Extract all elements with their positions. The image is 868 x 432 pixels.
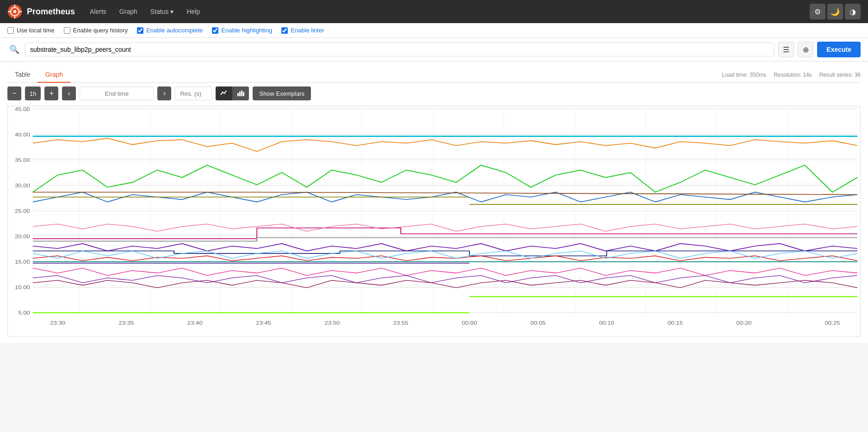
- svg-rect-10: [243, 92, 244, 96]
- next-time-button[interactable]: ›: [157, 86, 171, 100]
- svg-text:20.00: 20.00: [15, 234, 30, 240]
- svg-text:5.00: 5.00: [18, 310, 30, 316]
- nav-status[interactable]: Status ▾: [145, 5, 180, 18]
- svg-text:00:25: 00:25: [825, 320, 840, 326]
- enable-highlighting-option[interactable]: Enable highlighting: [212, 27, 272, 34]
- use-local-time-checkbox[interactable]: [7, 27, 14, 34]
- chevron-down-icon: ▾: [170, 8, 174, 15]
- svg-text:00:05: 00:05: [530, 320, 546, 326]
- svg-rect-11: [33, 109, 857, 315]
- svg-text:10.00: 10.00: [15, 284, 30, 290]
- metric-explorer-icon-btn[interactable]: ⊕: [798, 42, 813, 57]
- use-local-time-option[interactable]: Use local time: [7, 27, 55, 34]
- brand: Prometheus: [7, 4, 75, 19]
- prev-time-button[interactable]: ‹: [62, 86, 76, 100]
- increase-time-button[interactable]: +: [44, 86, 58, 100]
- main-content: Table Graph Load time: 350ms Resolution:…: [0, 62, 868, 343]
- svg-text:45.00: 45.00: [15, 106, 30, 112]
- meta-info: Load time: 350ms Resolution: 14s Result …: [722, 72, 861, 78]
- execute-button[interactable]: Execute: [817, 42, 861, 57]
- nav-graph[interactable]: Graph: [114, 5, 143, 18]
- decrease-time-button[interactable]: −: [7, 86, 21, 100]
- tab-graph[interactable]: Graph: [37, 67, 70, 83]
- svg-text:23:50: 23:50: [324, 320, 340, 326]
- enable-query-history-label: Enable query history: [73, 27, 128, 34]
- stacked-chart-btn[interactable]: [232, 86, 249, 100]
- svg-text:30.00: 30.00: [15, 183, 30, 189]
- load-time: Load time: 350ms: [722, 72, 766, 78]
- brand-name: Prometheus: [27, 7, 75, 17]
- enable-linter-option[interactable]: Enable linter: [281, 27, 324, 34]
- nav-help[interactable]: Help: [181, 5, 205, 18]
- history-icon-btn[interactable]: ☰: [778, 42, 794, 57]
- svg-text:23:45: 23:45: [256, 320, 271, 326]
- enable-query-history-checkbox[interactable]: [64, 27, 70, 34]
- prometheus-logo: [7, 4, 22, 19]
- time-period-button[interactable]: 1h: [25, 86, 41, 100]
- search-input[interactable]: [25, 43, 775, 56]
- svg-text:15.00: 15.00: [15, 259, 30, 265]
- search-icon: 🔍: [7, 44, 21, 55]
- enable-highlighting-label: Enable highlighting: [221, 27, 272, 34]
- svg-text:23:35: 23:35: [119, 320, 134, 326]
- enable-linter-label: Enable linter: [291, 27, 324, 34]
- res-input[interactable]: [175, 86, 212, 100]
- svg-rect-9: [241, 91, 242, 96]
- end-time-input[interactable]: [80, 86, 154, 100]
- svg-text:00:15: 00:15: [668, 320, 683, 326]
- settings-icon-btn[interactable]: ⚙: [810, 4, 825, 19]
- search-bar: 🔍 ☰ ⊕ Execute: [0, 38, 868, 62]
- enable-query-history-option[interactable]: Enable query history: [64, 27, 128, 34]
- svg-point-2: [13, 10, 16, 13]
- enable-autocomplete-label: Enable autocomplete: [146, 27, 203, 34]
- tabs: Table Graph Load time: 350ms Resolution:…: [7, 67, 861, 83]
- graph-controls: − 1h + ‹ › Show Exemplars: [7, 86, 861, 100]
- svg-text:00:00: 00:00: [462, 320, 477, 326]
- chart-container: 45.00 40.00 35.00 30.00 25.00 20.00 15.0…: [7, 106, 861, 337]
- svg-text:23:55: 23:55: [393, 320, 409, 326]
- stacked-chart-icon: [237, 89, 244, 97]
- nav-alerts[interactable]: Alerts: [84, 5, 112, 18]
- enable-autocomplete-checkbox[interactable]: [137, 27, 143, 34]
- line-chart-icon: [220, 89, 228, 97]
- use-local-time-label: Use local time: [17, 27, 55, 34]
- tab-table[interactable]: Table: [7, 67, 37, 83]
- svg-text:23:40: 23:40: [187, 320, 203, 326]
- svg-text:00:20: 00:20: [736, 320, 751, 326]
- svg-text:23:30: 23:30: [50, 320, 65, 326]
- svg-rect-8: [239, 92, 241, 96]
- navbar-nav: Alerts Graph Status ▾ Help: [84, 5, 810, 18]
- line-chart-btn[interactable]: [216, 86, 232, 100]
- svg-text:25.00: 25.00: [15, 208, 30, 214]
- navbar-icons: ⚙ 🌙 ◑: [810, 4, 861, 19]
- show-exemplars-button[interactable]: Show Exemplars: [253, 86, 311, 100]
- chart-type-group: [216, 86, 249, 100]
- contrast-icon-btn[interactable]: ◑: [845, 4, 861, 19]
- navbar: Prometheus Alerts Graph Status ▾ Help ⚙ …: [0, 0, 868, 23]
- options-bar: Use local time Enable query history Enab…: [0, 23, 868, 38]
- enable-highlighting-checkbox[interactable]: [212, 27, 218, 34]
- svg-text:00:10: 00:10: [599, 320, 614, 326]
- svg-text:35.00: 35.00: [15, 157, 30, 163]
- svg-rect-7: [237, 93, 239, 96]
- theme-icon-btn[interactable]: 🌙: [827, 4, 843, 19]
- result-series: Result series: 36: [819, 72, 861, 78]
- resolution: Resolution: 14s: [774, 72, 812, 78]
- svg-text:40.00: 40.00: [15, 131, 30, 137]
- enable-linter-checkbox[interactable]: [281, 27, 288, 34]
- enable-autocomplete-option[interactable]: Enable autocomplete: [137, 27, 203, 34]
- chart-svg: 45.00 40.00 35.00 30.00 25.00 20.00 15.0…: [8, 106, 860, 337]
